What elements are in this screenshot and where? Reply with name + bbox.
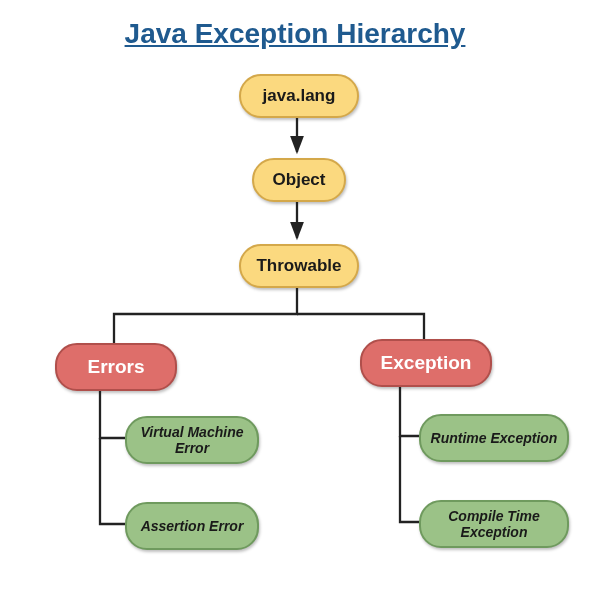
node-java-lang: java.lang [239, 74, 359, 118]
node-assertion-error: Assertion Error [125, 502, 259, 550]
node-vm-error: Virtual Machine Error [125, 416, 259, 464]
node-object: Object [252, 158, 346, 202]
node-compile-time-exception: Compile Time Exception [419, 500, 569, 548]
node-runtime-exception: Runtime Exception [419, 414, 569, 462]
diagram-title: Java Exception Hierarchy [0, 0, 590, 60]
node-exception: Exception [360, 339, 492, 387]
node-errors: Errors [55, 343, 177, 391]
node-throwable: Throwable [239, 244, 359, 288]
